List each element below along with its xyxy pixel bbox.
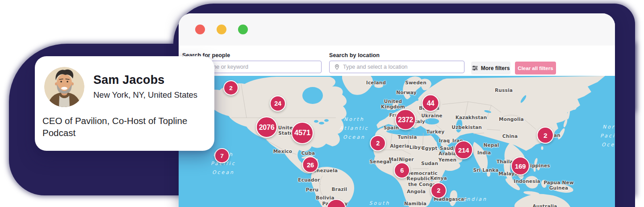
map-cluster-marker[interactable]: 44 bbox=[422, 95, 439, 112]
map-cluster-marker[interactable]: 169 bbox=[511, 157, 530, 175]
filter-bar: Search for people Search by location bbox=[179, 46, 615, 76]
profile-card[interactable]: Sam Jacobs New York, NY, United States C… bbox=[35, 56, 214, 151]
world-map[interactable]: United StatesMexicoCubaVenezuelaEcuadorP… bbox=[179, 76, 615, 207]
map-cluster-marker[interactable] bbox=[326, 199, 346, 207]
profile-location: New York, NY, United States bbox=[93, 90, 197, 100]
filter-sliders-icon bbox=[472, 65, 478, 71]
avatar bbox=[44, 67, 84, 107]
browser-titlebar bbox=[179, 13, 615, 46]
map-cluster-marker[interactable]: 214 bbox=[454, 141, 473, 159]
location-search-label: Search by location bbox=[329, 52, 464, 58]
map-cluster-marker[interactable]: 7 bbox=[214, 148, 230, 163]
location-search-input-box bbox=[329, 61, 464, 73]
map-cluster-marker[interactable]: 2076 bbox=[256, 116, 277, 138]
map-cluster-marker[interactable]: 24 bbox=[270, 95, 286, 112]
profile-name: Sam Jacobs bbox=[93, 73, 165, 87]
location-search-input[interactable] bbox=[343, 64, 460, 70]
background-accent-shape bbox=[614, 89, 635, 207]
map-cluster-marker[interactable]: 4571 bbox=[291, 122, 314, 144]
clear-all-filters-button[interactable]: Clear all filters bbox=[515, 62, 556, 75]
map-cluster-marker[interactable]: 2372 bbox=[395, 109, 416, 130]
window-close-button[interactable] bbox=[195, 25, 205, 34]
map-cluster-marker[interactable]: 26 bbox=[302, 157, 319, 173]
marketing-screenshot: Search for people Search by location bbox=[0, 0, 644, 207]
map-cluster-marker[interactable]: 2 bbox=[370, 135, 386, 151]
map-cluster-marker[interactable]: 6 bbox=[394, 162, 410, 178]
map-cluster-marker[interactable]: 2 bbox=[223, 80, 238, 95]
window-zoom-button[interactable] bbox=[238, 25, 248, 34]
map-cluster-marker[interactable]: 2 bbox=[431, 182, 447, 199]
clear-all-filters-label: Clear all filters bbox=[518, 66, 553, 71]
more-filters-label: More filters bbox=[481, 65, 510, 71]
more-filters-button[interactable]: More filters bbox=[471, 62, 510, 75]
location-pin-icon bbox=[334, 64, 340, 70]
map-marker-layer: 224207645717262372442622141692 bbox=[179, 76, 615, 207]
window-minimize-button[interactable] bbox=[217, 25, 226, 34]
location-search-field: Search by location bbox=[329, 52, 464, 73]
profile-bio: CEO of Pavilion, Co-Host of Topline Podc… bbox=[42, 115, 208, 139]
browser-window: Search for people Search by location bbox=[179, 13, 615, 207]
map-cluster-marker[interactable]: 2 bbox=[537, 127, 554, 144]
